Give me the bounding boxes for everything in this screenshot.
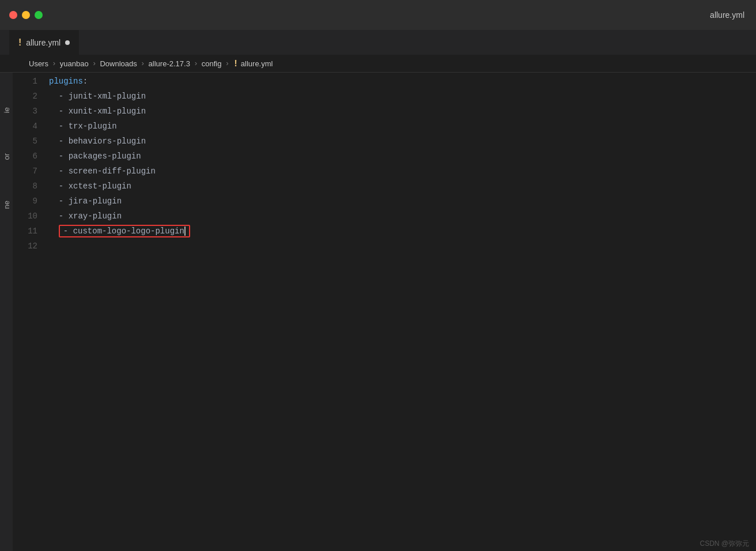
sidebar-label-2: or (2, 153, 11, 160)
breadcrumb-yuanbao[interactable]: yuanbao (60, 59, 89, 68)
breadcrumb-yaml-icon: ! (233, 59, 239, 69)
line-num-3: 3 (13, 104, 44, 119)
line-num-12: 12 (13, 239, 44, 254)
code-line-4: - trx-plugin (49, 119, 756, 134)
tab-bar: ! allure.yml (0, 30, 756, 55)
editor-area: ie or ne 1 2 3 4 5 6 7 8 9 10 11 12 plug… (0, 73, 756, 551)
line-num-5: 5 (13, 134, 44, 149)
line-num-6: 6 (13, 149, 44, 164)
code-line-6: - packages-plugin (49, 149, 756, 164)
text-cursor (184, 227, 186, 236)
close-button[interactable] (9, 11, 17, 19)
line-num-1: 1 (13, 74, 44, 89)
code-line-10: - xray-plugin (49, 209, 756, 224)
code-line-2: - junit-xml-plugin (49, 89, 756, 104)
code-line-9: - jira-plugin (49, 194, 756, 209)
unsaved-indicator (65, 40, 70, 45)
breadcrumb-downloads[interactable]: Downloads (100, 59, 137, 68)
code-line-11: - custom-logo-logo-plugin (49, 224, 756, 239)
line-num-2: 2 (13, 89, 44, 104)
breadcrumb-users[interactable]: Users (29, 59, 48, 68)
line-num-9: 9 (13, 194, 44, 209)
code-editor[interactable]: plugins: - junit-xml-plugin - xunit-xml-… (44, 73, 756, 551)
breadcrumb-config[interactable]: config (202, 59, 222, 68)
yaml-key-plugins: plugins (49, 77, 83, 86)
file-tab[interactable]: ! allure.yml (9, 30, 79, 55)
code-line-12 (49, 239, 756, 254)
code-line-8: - xctest-plugin (49, 179, 756, 194)
breadcrumb-allure[interactable]: allure-2.17.3 (149, 59, 190, 68)
highlight-box: - custom-logo-logo-plugin (59, 225, 190, 237)
breadcrumb-file[interactable]: allure.yml (241, 59, 273, 68)
line-num-4: 4 (13, 119, 44, 134)
title-bar: allure.yml (0, 0, 756, 30)
watermark-text: CSDN @弥弥元 (700, 539, 749, 548)
line-num-10: 10 (13, 209, 44, 224)
maximize-button[interactable] (35, 11, 43, 19)
line-num-7: 7 (13, 164, 44, 179)
code-line-3: - xunit-xml-plugin (49, 104, 756, 119)
yaml-icon: ! (18, 37, 21, 48)
sidebar-label-1: ie (2, 107, 11, 113)
code-line-7: - screen-diff-plugin (49, 164, 756, 179)
line-num-8: 8 (13, 179, 44, 194)
line-numbers: 1 2 3 4 5 6 7 8 9 10 11 12 (13, 73, 44, 551)
code-line-5: - behaviors-plugin (49, 134, 756, 149)
traffic-lights (9, 11, 43, 19)
minimize-button[interactable] (22, 11, 30, 19)
sidebar-label-3: ne (2, 201, 11, 209)
window-title: allure.yml (710, 10, 744, 20)
breadcrumb: Users › yuanbao › Downloads › allure-2.1… (0, 55, 756, 73)
line-num-11: 11 (13, 224, 44, 239)
footer-watermark: CSDN @弥弥元 (693, 537, 756, 551)
activity-bar: ie or ne (0, 73, 13, 551)
tab-filename: allure.yml (26, 38, 61, 47)
code-line-1: plugins: (49, 74, 756, 89)
